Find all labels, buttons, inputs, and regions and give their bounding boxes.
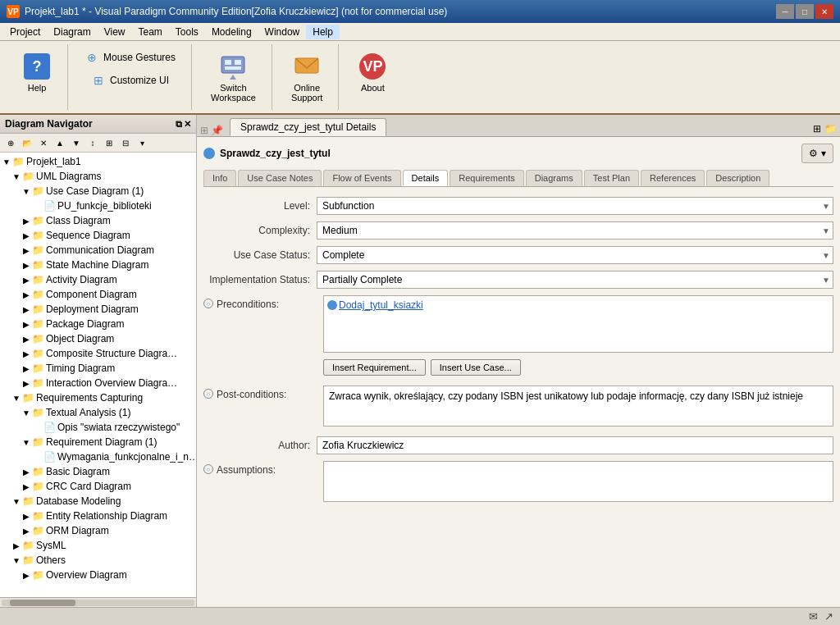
- list-item[interactable]: ▶ 📁 Sequence Diagram: [0, 228, 196, 243]
- list-item[interactable]: ▶ 📁 CRC Card Diagram: [0, 479, 196, 494]
- list-item[interactable]: ▶ 📁 Package Diagram: [0, 317, 196, 331]
- move-up-btn[interactable]: ▲: [52, 135, 67, 150]
- root-toggle[interactable]: ▼: [2, 157, 11, 167]
- tab-references[interactable]: References: [641, 170, 705, 186]
- list-item[interactable]: ▼ 📁 Requirement Diagram (1): [0, 435, 196, 449]
- tab-tool-1[interactable]: ⊞: [813, 123, 821, 135]
- tree-sysml[interactable]: ▶ 📁 SysML: [0, 538, 196, 553]
- list-item[interactable]: ▶ 📁 Entity Relationship Diagram: [0, 509, 196, 523]
- tab-flow-of-events[interactable]: Flow of Events: [323, 170, 400, 186]
- tab-details[interactable]: Details: [403, 170, 449, 186]
- list-item[interactable]: 📄 PU_funkcje_biblioteki: [0, 198, 196, 213]
- sidebar-title: Diagram Navigator: [5, 118, 93, 130]
- author-input[interactable]: [317, 436, 833, 454]
- menu-help[interactable]: Help: [306, 25, 340, 39]
- minimize-button[interactable]: ─: [776, 4, 794, 19]
- insert-use-case-button[interactable]: Insert Use Case...: [431, 359, 521, 376]
- mouse-gestures-button[interactable]: ⊕ Mouse Gestures: [81, 48, 181, 67]
- sidebar-close-btn[interactable]: ✕: [184, 119, 191, 130]
- open-diagram-btn[interactable]: 📂: [20, 135, 34, 150]
- menu-team[interactable]: Team: [132, 25, 169, 39]
- list-item[interactable]: ▶ 📁 Timing Diagram: [0, 361, 196, 376]
- level-select[interactable]: Subfunction Summary User Goal: [317, 197, 833, 215]
- tree-database[interactable]: ▼ 📁 Database Modeling: [0, 494, 196, 509]
- insert-requirement-button[interactable]: Insert Requirement...: [323, 359, 426, 376]
- tree-requirements[interactable]: ▼ 📁 Requirements Capturing: [0, 390, 196, 405]
- menu-diagram[interactable]: Diagram: [47, 25, 97, 39]
- collapse-all-btn[interactable]: ⊟: [118, 135, 133, 150]
- move-down-btn[interactable]: ▼: [69, 135, 84, 150]
- tab-requirements[interactable]: Requirements: [450, 170, 523, 186]
- menu-modeling[interactable]: Modeling: [205, 25, 258, 39]
- list-item[interactable]: ▶ 📁 Overview Diagram: [0, 568, 196, 582]
- list-item[interactable]: ▼ 📁 Textual Analysis (1): [0, 405, 196, 420]
- sort-btn[interactable]: ↕: [85, 135, 100, 150]
- delete-btn[interactable]: ✕: [36, 135, 51, 150]
- tree-root[interactable]: ▼ 📁 Projekt_lab1: [0, 154, 196, 169]
- list-item[interactable]: ▶ 📁 ORM Diagram: [0, 523, 196, 538]
- assumptions-expand-icon[interactable]: ○: [203, 464, 213, 474]
- config-btn[interactable]: ▾: [135, 135, 149, 150]
- hscroll-thumb[interactable]: [10, 600, 75, 606]
- uml-toggle[interactable]: ▼: [11, 172, 21, 181]
- list-item[interactable]: 📄 Wymagania_funkcjonalne_i_n…: [0, 449, 196, 464]
- ribbon-help-section: ? Help: [7, 44, 68, 110]
- postconditions-expand-icon[interactable]: ○: [203, 389, 213, 399]
- tree-uml-diagrams[interactable]: ▼ 📁 UML Diagrams: [0, 169, 196, 184]
- gear-settings-button[interactable]: ⚙ ▾: [801, 144, 833, 163]
- status-arrow[interactable]: ↗: [824, 610, 833, 623]
- list-item[interactable]: ▼ 📁 Use Case Diagram (1): [0, 184, 196, 198]
- list-item[interactable]: ▶ 📁 Activity Diagram: [0, 272, 196, 287]
- about-button[interactable]: VP About: [352, 48, 393, 97]
- tab-test-plan[interactable]: Test Plan: [584, 170, 639, 186]
- preconditions-box[interactable]: Dodaj_tytul_ksiazki: [323, 295, 833, 353]
- list-item[interactable]: 📄 Opis "swiata rzeczywistego": [0, 420, 196, 435]
- sidebar-hscroll[interactable]: [0, 597, 196, 607]
- tree-others[interactable]: ▼ 📁 Others: [0, 553, 196, 568]
- preconditions-expand-icon[interactable]: ○: [203, 299, 213, 308]
- list-item[interactable]: ▶ 📁 Composite Structure Diagra…: [0, 346, 196, 361]
- new-diagram-btn[interactable]: ⊕: [3, 135, 18, 150]
- list-item[interactable]: ▶ 📁 Class Diagram: [0, 213, 196, 228]
- assumptions-box[interactable]: [323, 461, 833, 502]
- preconditions-link[interactable]: Dodaj_tytul_ksiazki: [327, 299, 829, 311]
- list-item[interactable]: ▶ 📁 State Machine Diagram: [0, 258, 196, 272]
- window-controls: ─ □ ✕: [776, 4, 833, 19]
- tab-sprawdz[interactable]: Sprawdz_czy_jest_tytul Details: [230, 118, 386, 136]
- list-item[interactable]: ▶ 📁 Deployment Diagram: [0, 302, 196, 317]
- menu-window[interactable]: Window: [258, 25, 307, 39]
- menu-view[interactable]: View: [98, 25, 132, 39]
- impl-status-select[interactable]: Not Started In Progress Partially Comple…: [317, 271, 833, 289]
- list-item[interactable]: ▶ 📁 Component Diagram: [0, 287, 196, 302]
- sidebar-float-btn[interactable]: ⧉: [176, 119, 182, 130]
- list-item[interactable]: ▶ 📁 Communication Diagram: [0, 243, 196, 258]
- status-envelope[interactable]: ✉: [809, 610, 818, 623]
- tab-nav-back[interactable]: ⊞: [200, 125, 208, 136]
- complexity-label: Complexity:: [203, 225, 310, 236]
- use-case-status-select[interactable]: Draft In Progress Complete: [317, 246, 833, 264]
- tab-tool-2[interactable]: 📁: [824, 123, 837, 135]
- author-row: Author:: [203, 436, 833, 454]
- list-item[interactable]: ▶ 📁 Basic Diagram: [0, 464, 196, 479]
- customize-ui-button[interactable]: ⊞ Customize UI: [88, 71, 175, 90]
- tab-diagrams[interactable]: Diagrams: [526, 170, 582, 186]
- expand-all-btn[interactable]: ⊞: [102, 135, 116, 150]
- menu-project[interactable]: Project: [3, 25, 47, 39]
- menu-tools[interactable]: Tools: [169, 25, 205, 39]
- list-item[interactable]: ▶ 📁 Object Diagram: [0, 331, 196, 346]
- close-button[interactable]: ✕: [815, 4, 833, 19]
- tab-info[interactable]: Info: [203, 170, 236, 186]
- switch-workspace-button[interactable]: SwitchWorkspace: [205, 48, 262, 107]
- complexity-select[interactable]: Low Medium High: [317, 221, 833, 240]
- help-button[interactable]: ? Help: [16, 48, 57, 97]
- tab-nav-forward[interactable]: 📌: [211, 125, 223, 136]
- maximize-button[interactable]: □: [796, 4, 814, 19]
- tab-description[interactable]: Description: [706, 170, 769, 186]
- toggle[interactable]: ▼: [21, 187, 31, 196]
- folder-icon: 📁: [31, 258, 44, 271]
- req-label: Requirements Capturing: [36, 392, 143, 404]
- list-item[interactable]: ▶ 📁 Interaction Overview Diagra…: [0, 376, 196, 390]
- online-support-button[interactable]: OnlineSupport: [285, 48, 329, 107]
- postconditions-text[interactable]: Zwraca wynik, określający, czy podany IS…: [323, 385, 833, 427]
- tab-use-case-notes[interactable]: Use Case Notes: [238, 170, 322, 186]
